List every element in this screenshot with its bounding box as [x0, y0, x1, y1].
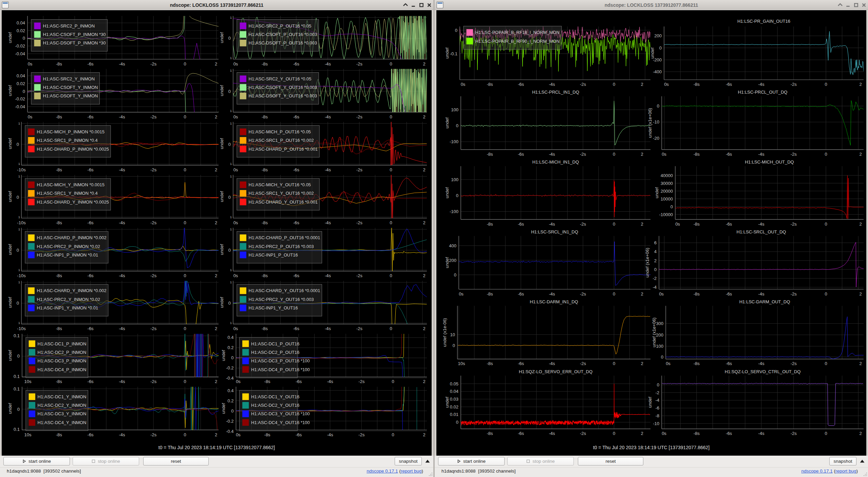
svg-text:-6s: -6s — [518, 222, 524, 227]
svg-text:0.05: 0.05 — [450, 381, 458, 386]
svg-text:1: 1 — [230, 281, 232, 284]
svg-text:0: 0 — [228, 301, 231, 306]
svg-text:H1:SQZ-LO_SERVO_CTRL_OUT_DQ: H1:SQZ-LO_SERVO_CTRL_OUT_DQ — [725, 369, 801, 374]
svg-text:-4s: -4s — [549, 361, 555, 366]
svg-text:40000: 40000 — [661, 173, 673, 178]
svg-text:-6s: -6s — [293, 273, 300, 278]
svg-text:H1:ASC-CHARD_P_INMON *0.002: H1:ASC-CHARD_P_INMON *0.002 — [37, 235, 107, 240]
svg-text:-4s: -4s — [119, 220, 125, 225]
svg-text:-10: -10 — [653, 421, 659, 426]
svg-text:0s: 0s — [233, 326, 238, 331]
svg-text:H1:ASC-DC3_P_OUT16 *100: H1:ASC-DC3_P_OUT16 *100 — [251, 358, 310, 363]
svg-text:0s: 0s — [233, 167, 238, 172]
svg-text:-4s: -4s — [758, 431, 765, 436]
svg-text:-6s: -6s — [88, 432, 94, 437]
svg-text:-6s: -6s — [726, 291, 732, 297]
svg-text:0s: 0s — [233, 114, 238, 119]
svg-text:6: 6 — [654, 240, 657, 245]
svg-text:0: 0 — [184, 432, 186, 437]
svg-text:2: 2 — [423, 379, 425, 384]
svg-text:-2s: -2s — [580, 82, 586, 87]
svg-text:H1:ASC-DC1_Y_OUT16: H1:ASC-DC1_Y_OUT16 — [251, 394, 299, 399]
svg-text:-2s: -2s — [791, 431, 797, 436]
svg-text:H1:ASC-PRC2_P_OUT16 *0.003: H1:ASC-PRC2_P_OUT16 *0.003 — [249, 244, 314, 249]
svg-text:-100: -100 — [450, 209, 458, 214]
svg-text:0: 0 — [228, 248, 231, 253]
svg-text:H1:ASC-DHARD_P_OUT16 *0.001: H1:ASC-DHARD_P_OUT16 *0.001 — [249, 147, 318, 152]
svg-text:H1:ASC-DC4_Y_OUT16 *100: H1:ASC-DC4_Y_OUT16 *100 — [251, 420, 310, 425]
svg-text:-2s: -2s — [791, 82, 797, 87]
svg-text:-2: -2 — [653, 276, 657, 281]
svg-text:H1:ASC-SRC2_P_INMON: H1:ASC-SRC2_P_INMON — [43, 23, 95, 28]
svg-text:-2s: -2s — [356, 273, 363, 278]
svg-text:2: 2 — [641, 222, 643, 227]
svg-text:undef: undef — [445, 47, 450, 59]
svg-text:-4s: -4s — [758, 291, 765, 297]
svg-text:-2s: -2s — [150, 220, 157, 225]
svg-text:H1:ASC-PRC2_P_INMON *0.02: H1:ASC-PRC2_P_INMON *0.02 — [37, 244, 100, 249]
svg-text:-2s: -2s — [150, 326, 157, 331]
svg-text:H1:ASC-CSOFT_P_OUT16 *0.003: H1:ASC-CSOFT_P_OUT16 *0.003 — [249, 32, 317, 37]
svg-text:0: 0 — [613, 82, 615, 87]
svg-text:0: 0 — [390, 61, 392, 66]
svg-text:-6: -6 — [655, 405, 659, 411]
svg-text:H1:ASC-DC3_Y_INMON: H1:ASC-DC3_Y_INMON — [38, 411, 87, 416]
svg-text:200: 200 — [656, 332, 663, 338]
svg-text:-2s: -2s — [791, 361, 797, 366]
svg-text:-6s: -6s — [726, 361, 732, 366]
svg-text:-6s: -6s — [518, 291, 524, 297]
svg-text:2: 2 — [859, 152, 862, 157]
svg-text:0: 0 — [825, 361, 827, 366]
svg-text:2: 2 — [641, 431, 643, 436]
svg-text:0: 0 — [231, 355, 233, 360]
svg-text:-8s: -8s — [487, 152, 493, 157]
svg-text:-4s: -4s — [325, 61, 331, 66]
svg-text:0: 0 — [392, 432, 394, 437]
svg-text:10s: 10s — [24, 432, 32, 437]
svg-text:-8s: -8s — [56, 167, 62, 172]
svg-text:0: 0 — [456, 123, 458, 128]
svg-text:-6s: -6s — [726, 82, 732, 87]
svg-text:H1:LSC-SRCL_OUT_DQ: H1:LSC-SRCL_OUT_DQ — [737, 229, 786, 234]
svg-text:0: 0 — [657, 382, 659, 387]
svg-text:2: 2 — [215, 114, 217, 119]
svg-text:H1:LSC-DARM_IN1_DQ: H1:LSC-DARM_IN1_DQ — [530, 299, 578, 304]
svg-text:0s: 0s — [659, 291, 664, 297]
svg-text:-6s: -6s — [726, 152, 732, 157]
svg-text:0: 0 — [17, 248, 19, 253]
svg-text:-8s: -8s — [262, 273, 268, 278]
svg-text:-4s: -4s — [119, 273, 125, 278]
svg-text:undef: undef — [219, 191, 224, 202]
svg-text:0.2: 0.2 — [227, 398, 233, 403]
svg-text:-8s: -8s — [262, 167, 268, 172]
svg-text:-8s: -8s — [694, 82, 700, 87]
svg-text:1: 1 — [230, 215, 232, 219]
svg-text:1: 1 — [230, 162, 232, 166]
svg-text:undef (x1e+06): undef (x1e+06) — [652, 318, 657, 347]
svg-text:200: 200 — [449, 258, 456, 263]
svg-text:-6s: -6s — [293, 326, 300, 331]
svg-text:-4s: -4s — [549, 222, 555, 227]
svg-text:0: 0 — [825, 431, 827, 436]
svg-text:2: 2 — [859, 291, 862, 297]
svg-text:undef (x1e+06): undef (x1e+06) — [647, 108, 653, 138]
svg-text:-0.02: -0.02 — [15, 96, 25, 101]
svg-text:-6s: -6s — [518, 361, 524, 366]
svg-text:H1:ASC-DC2_Y_INMON: H1:ASC-DC2_Y_INMON — [38, 403, 87, 408]
svg-text:2: 2 — [423, 273, 425, 278]
svg-text:-8s: -8s — [694, 291, 700, 297]
svg-text:-10s: -10s — [17, 273, 26, 278]
svg-text:30000: 30000 — [661, 181, 673, 186]
svg-text:H1:ASC-PRC2_Y_OUT16 *0.003: H1:ASC-PRC2_Y_OUT16 *0.003 — [249, 297, 314, 302]
svg-text:-2s: -2s — [358, 432, 365, 437]
svg-text:-0.02: -0.02 — [15, 43, 25, 49]
svg-text:0: 0 — [454, 272, 456, 278]
svg-text:undef: undef — [219, 244, 224, 255]
svg-text:-6s: -6s — [293, 61, 300, 66]
svg-text:0: 0 — [17, 195, 19, 200]
svg-text:-10s: -10s — [17, 326, 26, 331]
svg-text:2: 2 — [859, 431, 862, 436]
svg-text:H1:LSC-MICH_IN1_DQ: H1:LSC-MICH_IN1_DQ — [532, 159, 579, 165]
svg-text:undef: undef — [221, 350, 226, 361]
svg-text:-6s: -6s — [293, 167, 300, 172]
